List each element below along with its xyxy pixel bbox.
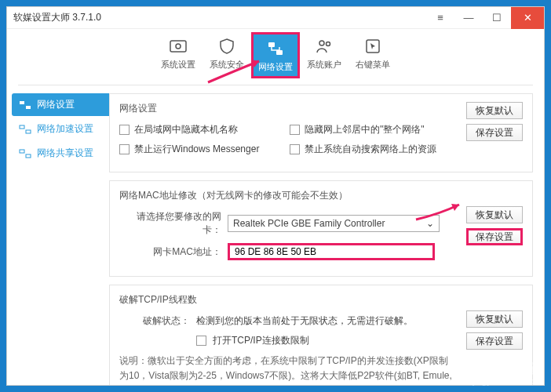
- svg-rect-2: [268, 42, 275, 47]
- svg-rect-7: [20, 101, 24, 104]
- gear-icon: [167, 35, 189, 57]
- save-button[interactable]: 保存设置: [466, 332, 523, 350]
- tab-system-security[interactable]: 系统安全: [203, 32, 251, 78]
- network-icon: [18, 148, 32, 159]
- watermark: Baidu 经验 jingyan.baidu.com: [470, 361, 542, 386]
- sidebar: 网络设置 网络加速设置 网络共享设置: [7, 85, 109, 385]
- main-area: 网络设置 网络加速设置 网络共享设置 网络设置 恢复默认 保存设置 在局域网中隐…: [7, 85, 544, 385]
- checkbox[interactable]: [119, 125, 130, 135]
- cursor-icon: [362, 35, 384, 57]
- checkbox[interactable]: [196, 336, 206, 346]
- svg-point-1: [176, 44, 181, 49]
- window-controls: ≡ — ☐ ✕: [426, 7, 544, 29]
- section-title: 网络MAC地址修改（对无线网卡的修改可能会不生效）: [119, 189, 523, 202]
- titlebar: 软媒设置大师 3.7.1.0 ≡ — ☐ ✕: [7, 7, 544, 29]
- close-button[interactable]: ✕: [511, 7, 544, 29]
- section-title: 破解TCP/IP线程数: [119, 293, 523, 307]
- reset-button[interactable]: 恢复默认: [466, 310, 523, 328]
- svg-rect-10: [26, 130, 31, 133]
- tab-network-settings[interactable]: 网络设置: [251, 32, 300, 78]
- mac-label: 网卡MAC地址：: [119, 245, 221, 259]
- minimize-button[interactable]: —: [454, 7, 483, 29]
- save-button[interactable]: 保存设置: [466, 228, 523, 245]
- toolbar: 系统设置 系统安全 网络设置 系统账户 右键菜单: [18, 29, 533, 85]
- app-window: 软媒设置大师 3.7.1.0 ≡ — ☐ ✕ 系统设置 系统安全 网络设置 系统…: [6, 6, 545, 386]
- svg-rect-8: [26, 106, 31, 109]
- checkbox[interactable]: [119, 144, 130, 154]
- window-title: 软媒设置大师 3.7.1.0: [13, 11, 101, 24]
- svg-rect-9: [20, 125, 24, 129]
- sidebar-item-network-share[interactable]: 网络共享设置: [12, 142, 109, 165]
- sidebar-item-label: 网络设置: [37, 98, 75, 111]
- mac-input[interactable]: [228, 243, 435, 260]
- checkbox-label: 禁止系统自动搜索网络上的资源: [305, 143, 436, 156]
- status-text: 检测到您的版本当前处于无限状态，无需进行破解。: [196, 314, 413, 328]
- reset-button[interactable]: 恢复默认: [466, 206, 523, 223]
- checkbox-label: 在局域网中隐藏本机名称: [134, 123, 238, 136]
- sidebar-item-network-settings[interactable]: 网络设置: [12, 93, 109, 116]
- svg-rect-3: [276, 50, 283, 55]
- reset-button[interactable]: 恢复默认: [466, 102, 523, 119]
- sidebar-item-label: 网络加速设置: [37, 122, 93, 136]
- svg-rect-0: [170, 41, 186, 52]
- save-button[interactable]: 保存设置: [466, 124, 523, 141]
- note-text: 说明：微软出于安全方面的考虑，在系统中限制了TCP/IP的并发连接数(XP限制为…: [119, 354, 523, 385]
- svg-rect-12: [26, 154, 31, 158]
- section-title: 网络设置: [119, 102, 523, 115]
- nic-label: 请选择您要修改的网卡：: [119, 210, 221, 237]
- tab-system-accounts[interactable]: 系统账户: [300, 32, 348, 78]
- checkbox-label: 隐藏网上邻居中的"整个网络": [305, 123, 425, 136]
- checkbox-label: 禁止运行Windows Messenger: [134, 143, 259, 156]
- svg-rect-11: [20, 150, 24, 153]
- users-icon: [313, 35, 335, 57]
- shield-icon: [216, 35, 238, 57]
- svg-point-5: [327, 42, 330, 46]
- sidebar-item-network-boost[interactable]: 网络加速设置: [12, 118, 109, 140]
- network-icon: [18, 124, 32, 135]
- checkbox[interactable]: [290, 125, 300, 135]
- tab-system-settings[interactable]: 系统设置: [154, 32, 203, 78]
- status-label: 破解状态：: [119, 314, 190, 328]
- svg-point-4: [319, 41, 324, 45]
- content-area: 网络设置 恢复默认 保存设置 在局域网中隐藏本机名称 隐藏网上邻居中的"整个网络…: [109, 85, 544, 385]
- checkbox-label: 打开TCP/IP连接数限制: [213, 334, 309, 347]
- menu-button[interactable]: ≡: [426, 7, 454, 29]
- section-network-options: 网络设置 恢复默认 保存设置 在局域网中隐藏本机名称 隐藏网上邻居中的"整个网络…: [109, 93, 533, 172]
- chevron-down-icon: ⌄: [426, 218, 434, 229]
- section-mac-address: 网络MAC地址修改（对无线网卡的修改可能会不生效） 恢复默认 保存设置 请选择您…: [109, 180, 533, 277]
- sidebar-item-label: 网络共享设置: [37, 147, 93, 160]
- nic-select[interactable]: Realtek PCIe GBE Family Controller ⌄: [228, 215, 440, 232]
- checkbox[interactable]: [290, 144, 300, 154]
- network-icon: [18, 100, 32, 111]
- maximize-button[interactable]: ☐: [483, 7, 511, 29]
- network-icon: [265, 38, 286, 60]
- tab-context-menu[interactable]: 右键菜单: [348, 32, 397, 78]
